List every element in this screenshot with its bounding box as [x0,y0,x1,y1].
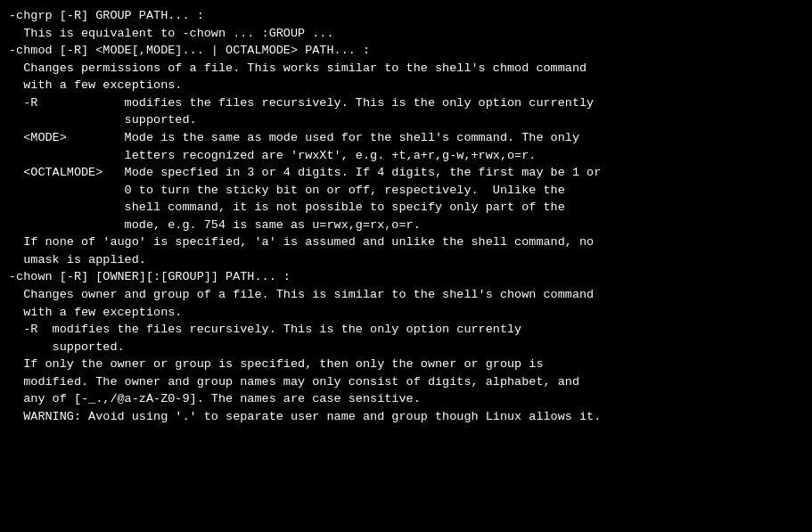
terminal-line: mode, e.g. 754 is same as u=rwx,g=rx,o=r… [9,217,803,234]
terminal-line: with a few exceptions. [9,304,803,322]
terminal-line: supported. [9,111,803,129]
terminal-line: -chmod [-R] <MODE[,MODE]... | OCTALMODE>… [9,42,803,60]
terminal-line: modified. The owner and group names may … [9,373,803,391]
terminal-output: -chgrp [-R] GROUP PATH... : This is equi… [0,0,812,532]
terminal-line: <MODE> Mode is the same as mode used for… [9,129,803,147]
terminal-line: Changes owner and group of a file. This … [9,286,803,304]
terminal-line: If none of 'augo' is specified, 'a' is a… [9,233,803,251]
terminal-line: 0 to turn the sticky bit on or off, resp… [9,182,803,200]
terminal-line: -R modifies the files recursively. This … [9,94,803,112]
terminal-line: If only the owner or group is specified,… [9,356,803,373]
terminal-line: -chgrp [-R] GROUP PATH... : [9,7,803,25]
terminal-line: WARNING: Avoid using '.' to separate use… [9,408,803,426]
terminal-line: -R modifies the files recursively. This … [9,321,803,339]
terminal-line: with a few exceptions. [9,77,803,94]
terminal-line: This is equivalent to -chown ... :GROUP … [9,25,803,43]
terminal-line: any of [-_.,/@a-zA-Z0-9]. The names are … [9,390,803,408]
terminal-line: letters recognized are 'rwxXt', e.g. +t,… [9,147,803,165]
terminal-line: supported. [9,339,803,356]
terminal-line: shell command, it is not possible to spe… [9,199,803,217]
terminal-line: <OCTALMODE> Mode specfied in 3 or 4 digi… [9,164,803,182]
terminal-line: umask is applied. [9,251,803,269]
terminal-line: -chown [-R] [OWNER][:[GROUP]] PATH... : [9,268,803,286]
terminal-line: Changes permissions of a file. This work… [9,60,803,78]
